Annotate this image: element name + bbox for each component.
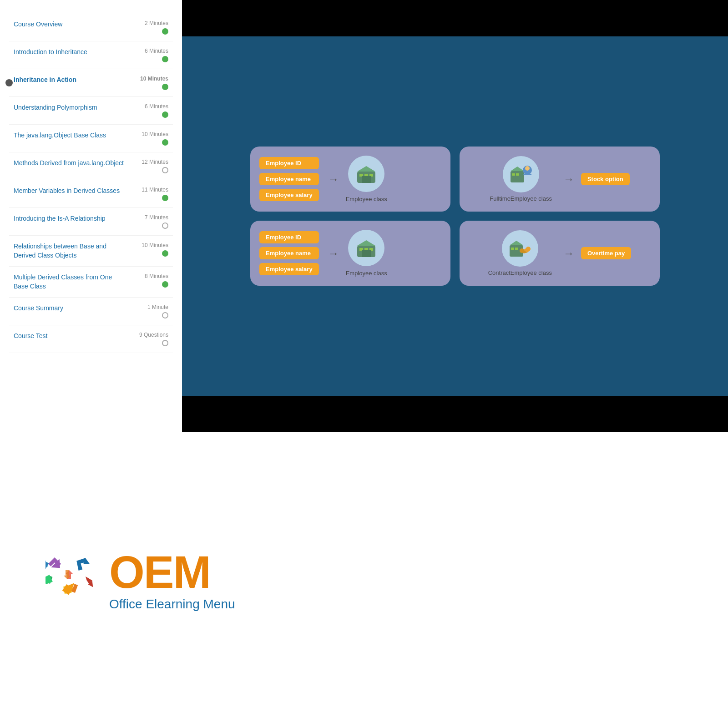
- fields-col: Employee ID Employee name Employee salar…: [259, 157, 319, 201]
- sidebar-item-base-class[interactable]: The java.lang.Object Base Class 10 Minut…: [9, 125, 173, 152]
- logo-icon: [46, 553, 100, 607]
- svg-marker-35: [46, 573, 55, 586]
- sidebar-item-polymorphism[interactable]: Understanding Polymorphism 6 Minutes: [9, 97, 173, 125]
- sidebar-item-label: Relationships between Base and Derived C…: [14, 242, 132, 260]
- fulltime-employee-icon: [503, 156, 539, 192]
- sidebar-duration: 7 Minutes: [132, 214, 168, 221]
- complete-indicator: [162, 195, 168, 201]
- incomplete-indicator: [162, 340, 168, 346]
- overtime-pay-pill: Overtime pay: [581, 247, 631, 259]
- arrow-icon-2: →: [563, 247, 574, 260]
- diagram-box-bottom-left: Employee ID Employee name Employee salar…: [250, 221, 450, 286]
- sidebar-item-label: Member Variables in Derived Classes: [14, 187, 132, 196]
- svg-point-23: [520, 248, 524, 253]
- logo-text-group: OEM Office Elearning Menu: [109, 549, 235, 612]
- sidebar-item-label: Course Overview: [14, 20, 132, 29]
- complete-indicator: [162, 28, 168, 35]
- field-employee-id: Employee ID: [259, 157, 319, 169]
- field-employee-name: Employee name: [259, 173, 319, 185]
- complete-indicator: [162, 139, 168, 146]
- field-employee-salary: Employee salary: [259, 189, 319, 201]
- sidebar-item-inheritance-action[interactable]: Inheritance in Action 10 Minutes: [9, 69, 173, 97]
- employee-class-label-bl: Employee class: [346, 270, 387, 277]
- complete-indicator: [162, 281, 168, 288]
- complete-indicator: [162, 111, 168, 118]
- contract-class-label: ContractEmployee class: [488, 269, 552, 276]
- sidebar-item-course-test[interactable]: Course Test 9 Questions: [9, 325, 173, 353]
- sidebar-duration: 12 Minutes: [132, 159, 168, 165]
- diagram-grid: Employee ID Employee name Employee salar…: [250, 147, 660, 286]
- arrow-right-icon: →: [328, 173, 339, 186]
- field-employee-id-2: Employee ID: [259, 231, 319, 243]
- sidebar-item-label: The java.lang.Object Base Class: [14, 131, 132, 140]
- svg-point-11: [525, 166, 530, 171]
- sidebar-duration: 9 Questions: [132, 332, 168, 338]
- top-section: Course Overview 2 Minutes Introduction t…: [0, 0, 728, 432]
- contract-employee-icon: [502, 230, 538, 267]
- logo-area: OEM Office Elearning Menu: [46, 549, 235, 612]
- field-employee-salary-2: Employee salary: [259, 263, 319, 275]
- employee-class-icon: [348, 156, 384, 192]
- sidebar-item-course-summary[interactable]: Course Summary 1 Minute: [9, 298, 173, 325]
- complete-indicator: [162, 250, 168, 257]
- sidebar-duration: 6 Minutes: [132, 48, 168, 54]
- svg-rect-17: [362, 250, 371, 257]
- sidebar-item-label: Multiple Derived Classes from One Base C…: [14, 273, 132, 291]
- sidebar-item-methods-derived[interactable]: Methods Derived from java.lang.Object 12…: [9, 152, 173, 180]
- center-area: →: [326, 156, 387, 202]
- diagram-box-bottom-right: ContractEmployee class → Overtime pay: [460, 221, 660, 286]
- svg-rect-7: [512, 173, 515, 176]
- sidebar-item-intro-inheritance[interactable]: Introduction to Inheritance 6 Minutes: [9, 41, 173, 69]
- field-employee-name-2: Employee name: [259, 247, 319, 259]
- diagram-box-top-left: Employee ID Employee name Employee salar…: [250, 147, 450, 212]
- main-container: Course Overview 2 Minutes Introduction t…: [0, 0, 728, 728]
- svg-marker-4: [357, 166, 375, 172]
- left-part-top-left: Employee ID Employee name Employee salar…: [259, 157, 319, 201]
- sidebar-item-label: Introducing the Is-A Relationship: [14, 214, 132, 223]
- sidebar-item-relationships[interactable]: Relationships between Base and Derived C…: [9, 236, 173, 267]
- svg-rect-5: [362, 176, 371, 183]
- stock-option-pill: Stock option: [581, 173, 630, 185]
- video-black-bottom: [182, 396, 728, 432]
- sidebar-item-member-variables[interactable]: Member Variables in Derived Classes 11 M…: [9, 180, 173, 208]
- video-area: Employee ID Employee name Employee salar…: [182, 0, 728, 432]
- svg-rect-8: [516, 173, 519, 176]
- active-dot-icon: [5, 79, 13, 86]
- fields-col-bottom: Employee ID Employee name Employee salar…: [259, 231, 319, 275]
- sidebar: Course Overview 2 Minutes Introduction t…: [0, 0, 182, 432]
- complete-indicator: [162, 84, 168, 90]
- logo-subtitle-text: Office Elearning Menu: [109, 597, 235, 612]
- complete-indicator: [162, 56, 168, 62]
- sidebar-item-course-overview[interactable]: Course Overview 2 Minutes: [9, 14, 173, 41]
- center-area-bottom: →: [326, 230, 387, 277]
- svg-rect-6: [511, 171, 524, 182]
- logo-oem-text: OEM: [109, 549, 235, 595]
- sidebar-duration: 8 Minutes: [132, 273, 168, 279]
- left-part-bottom-left: Employee ID Employee name Employee salar…: [259, 231, 319, 275]
- sidebar-item-label: Understanding Polymorphism: [14, 103, 132, 112]
- video-content: Employee ID Employee name Employee salar…: [182, 36, 728, 396]
- sidebar-duration: 6 Minutes: [132, 103, 168, 110]
- sidebar-item-label: Course Test: [14, 332, 132, 341]
- svg-marker-21: [510, 241, 523, 245]
- sidebar-item-multiple-derived[interactable]: Multiple Derived Classes from One Base C…: [9, 267, 173, 298]
- sidebar-item-label: Introduction to Inheritance: [14, 48, 132, 57]
- sidebar-duration: 2 Minutes: [132, 20, 168, 26]
- sidebar-duration: 10 Minutes: [132, 131, 168, 137]
- svg-marker-16: [357, 240, 375, 246]
- sidebar-duration: 10 Minutes: [132, 242, 168, 248]
- employee-class-icon-2: [348, 230, 384, 266]
- sidebar-duration: 10 Minutes: [132, 76, 168, 82]
- sidebar-duration: 1 Minute: [132, 304, 168, 310]
- incomplete-indicator: [162, 167, 168, 173]
- svg-marker-9: [511, 167, 524, 171]
- video-black-top: [182, 0, 728, 36]
- employee-class-label-tl: Employee class: [346, 196, 387, 202]
- arrow-right-icon-2: →: [328, 247, 339, 260]
- fulltime-class-label: FulltimeEmployee class: [490, 195, 552, 202]
- svg-rect-19: [511, 248, 514, 250]
- sidebar-duration: 11 Minutes: [132, 187, 168, 193]
- diagram-box-top-right: FulltimeEmployee class → Stock option: [460, 147, 660, 212]
- svg-point-22: [526, 247, 531, 251]
- sidebar-item-is-a-relationship[interactable]: Introducing the Is-A Relationship 7 Minu…: [9, 208, 173, 236]
